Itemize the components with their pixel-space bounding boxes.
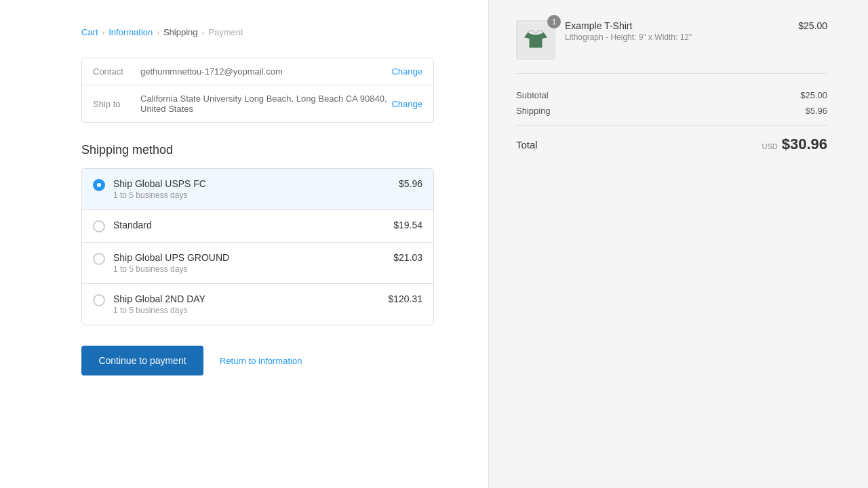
total-value: $30.96 xyxy=(782,136,827,153)
breadcrumb-payment: Payment xyxy=(208,27,243,37)
radio-option-2[interactable] xyxy=(93,220,105,232)
shipping-option-2[interactable]: Standard $19.54 xyxy=(82,210,433,243)
total-currency: USD xyxy=(762,142,777,150)
right-panel: 1 Example T-Shirt Lithograph - Height: 9… xyxy=(488,0,868,488)
product-price: $25.00 xyxy=(798,20,827,31)
radio-option-3[interactable] xyxy=(93,253,105,265)
shipping-option-1[interactable]: Ship Global USPS FC 1 to 5 business days… xyxy=(82,169,433,210)
shipto-value: California State University Long Beach, … xyxy=(140,94,391,114)
shipping-option-1-name: Ship Global USPS FC xyxy=(113,178,388,189)
shipping-option-4-desc: 1 to 5 business days xyxy=(113,306,377,315)
subtotal-label: Subtotal xyxy=(516,90,549,100)
breadcrumb-sep-1: › xyxy=(102,28,105,37)
product-quantity-badge: 1 xyxy=(547,15,561,28)
shipping-option-1-price: $5.96 xyxy=(399,178,422,189)
radio-option-1[interactable] xyxy=(93,179,105,191)
contact-value: gethummnettou-1712@yopmail.com xyxy=(140,66,391,77)
shipping-option-4[interactable]: Ship Global 2ND DAY 1 to 5 business days… xyxy=(82,284,433,325)
shipping-option-3-desc: 1 to 5 business days xyxy=(113,264,382,274)
shipto-change-button[interactable]: Change xyxy=(391,99,422,109)
actions: Continue to payment Return to informatio… xyxy=(81,346,434,375)
breadcrumb-sep-2: › xyxy=(157,28,159,37)
total-label: Total xyxy=(516,139,538,150)
tshirt-icon xyxy=(523,27,549,53)
shipping-option-3[interactable]: Ship Global UPS GROUND 1 to 5 business d… xyxy=(82,243,433,284)
shipping-section-title: Shipping method xyxy=(81,143,434,157)
contact-row: Contact gethummnettou-1712@yopmail.com C… xyxy=(82,58,433,85)
product-info: Example T-Shirt Lithograph - Height: 9" … xyxy=(565,20,789,42)
shipping-row: Shipping $5.96 xyxy=(516,106,827,116)
left-panel: Cart › Information › Shipping › Payment … xyxy=(0,0,488,488)
radio-option-4[interactable] xyxy=(93,294,105,306)
shipping-value: $5.96 xyxy=(805,106,827,116)
total-row: Total USD $30.96 xyxy=(516,125,827,153)
breadcrumb-information[interactable]: Information xyxy=(108,27,153,37)
shipping-option-2-content: Standard xyxy=(113,220,382,232)
shipping-option-3-name: Ship Global UPS GROUND xyxy=(113,252,382,263)
breadcrumb-cart[interactable]: Cart xyxy=(81,27,98,37)
shipto-row: Ship to California State University Long… xyxy=(82,85,433,122)
shipping-option-4-price: $120.31 xyxy=(388,293,422,304)
order-item: 1 Example T-Shirt Lithograph - Height: 9… xyxy=(516,20,827,74)
shipping-label: Shipping xyxy=(516,106,551,116)
info-card: Contact gethummnettou-1712@yopmail.com C… xyxy=(81,58,434,123)
subtotal-value: $25.00 xyxy=(800,90,827,100)
shipping-option-1-desc: 1 to 5 business days xyxy=(113,190,388,200)
shipping-option-2-price: $19.54 xyxy=(393,220,422,230)
contact-label: Contact xyxy=(93,66,140,77)
shipping-option-4-name: Ship Global 2ND DAY xyxy=(113,293,377,304)
shipping-option-2-name: Standard xyxy=(113,220,382,230)
continue-to-payment-button[interactable]: Continue to payment xyxy=(81,346,203,375)
product-image-wrap: 1 xyxy=(516,20,555,60)
breadcrumb: Cart › Information › Shipping › Payment xyxy=(81,27,434,37)
subtotal-row: Subtotal $25.00 xyxy=(516,90,827,100)
return-to-information-button[interactable]: Return to information xyxy=(220,356,302,366)
shipping-option-3-content: Ship Global UPS GROUND 1 to 5 business d… xyxy=(113,252,382,274)
contact-change-button[interactable]: Change xyxy=(391,66,422,77)
order-totals: Subtotal $25.00 Shipping $5.96 Total USD… xyxy=(516,90,827,153)
shipping-methods: Ship Global USPS FC 1 to 5 business days… xyxy=(81,168,434,325)
shipto-label: Ship to xyxy=(93,99,140,109)
shipping-option-3-price: $21.03 xyxy=(393,252,422,263)
product-name: Example T-Shirt xyxy=(565,20,789,31)
grand-price: USD $30.96 xyxy=(762,136,827,153)
product-subtitle: Lithograph - Height: 9" x Width: 12" xyxy=(565,33,789,42)
shipping-option-4-content: Ship Global 2ND DAY 1 to 5 business days xyxy=(113,293,377,315)
shipping-option-1-content: Ship Global USPS FC 1 to 5 business days xyxy=(113,178,388,200)
breadcrumb-shipping: Shipping xyxy=(163,27,198,37)
breadcrumb-sep-3: › xyxy=(202,28,205,37)
